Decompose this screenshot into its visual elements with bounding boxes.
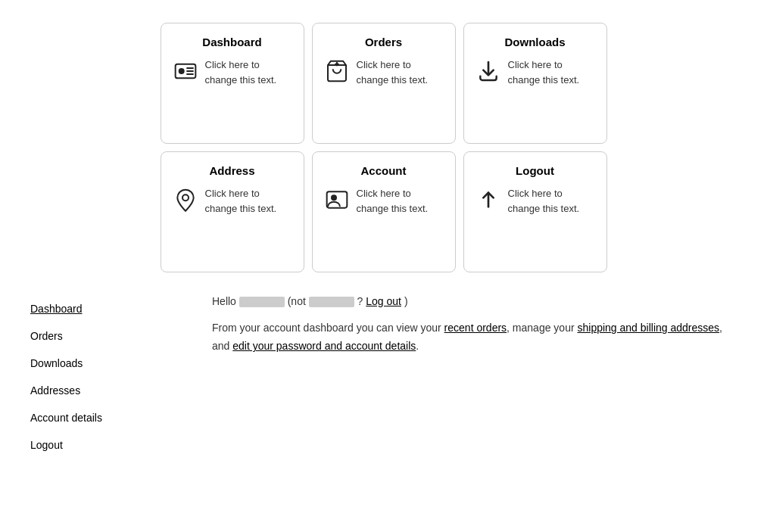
logout-icon (476, 188, 500, 217)
card-orders-body: Click here to change this text. (325, 58, 443, 89)
recent-orders-link[interactable]: recent orders (444, 322, 507, 334)
greeting-line: Hello (not ? Log out ) (212, 295, 737, 307)
card-downloads-text: Click here to change this text. (508, 58, 594, 87)
dashboard-icon (173, 59, 198, 89)
card-orders-title: Orders (365, 36, 402, 48)
card-account[interactable]: Account Click here to change this text. (312, 151, 456, 272)
sidebar-item-addresses[interactable]: Addresses (30, 377, 197, 404)
sidebar-link-account-details[interactable]: Account details (30, 412, 102, 424)
card-account-title: Account (361, 164, 407, 177)
card-address-body: Click here to change this text. (173, 186, 292, 217)
cards-grid: Dashboard Click here to change this text… (30, 15, 737, 272)
card-dashboard-body: Click here to change this text. (173, 58, 292, 89)
sidebar-link-orders[interactable]: Orders (30, 330, 63, 342)
card-orders[interactable]: Orders Click here to change this text. (312, 23, 456, 144)
account-icon (325, 188, 349, 217)
sidebar-item-account-details[interactable]: Account details (30, 404, 197, 431)
card-downloads-body: Click here to change this text. (476, 58, 594, 89)
sidebar-link-dashboard[interactable]: Dashboard (30, 303, 83, 315)
greeting-middle: (not (288, 295, 309, 307)
desc-prefix: From your account dashboard you can view… (212, 322, 444, 334)
downloads-icon (476, 59, 500, 89)
card-downloads[interactable]: Downloads Click here to change this text… (463, 23, 607, 144)
card-account-body: Click here to change this text. (325, 186, 443, 217)
greeting-username2 (309, 297, 354, 307)
sidebar-nav: Dashboard Orders Downloads Addresses Acc… (30, 295, 197, 459)
card-logout-title: Logout (516, 164, 554, 177)
card-orders-text: Click here to change this text. (357, 58, 443, 87)
card-downloads-title: Downloads (504, 36, 565, 48)
main-content: Hello (not ? Log out ) From your account… (197, 295, 737, 459)
card-logout-body: Click here to change this text. (476, 186, 594, 217)
card-dashboard-text: Click here to change this text. (205, 58, 292, 87)
orders-icon (325, 59, 349, 89)
card-dashboard-title: Dashboard (202, 36, 261, 48)
sidebar-item-orders[interactable]: Orders (30, 322, 197, 350)
svg-point-10 (331, 194, 337, 201)
sidebar-link-logout[interactable]: Logout (30, 439, 63, 451)
sidebar-link-addresses[interactable]: Addresses (30, 384, 80, 397)
greeting-username (239, 297, 285, 307)
log-out-link[interactable]: Log out (366, 295, 401, 307)
sidebar-item-downloads[interactable]: Downloads (30, 350, 197, 377)
card-address-title: Address (209, 164, 254, 177)
greeting-question: ? (357, 295, 366, 307)
greeting-close-paren: ) (404, 295, 408, 307)
account-details-link[interactable]: edit your password and account details (232, 340, 416, 352)
address-icon (173, 188, 198, 217)
sidebar-item-dashboard[interactable]: Dashboard (30, 295, 197, 322)
svg-rect-9 (326, 191, 347, 207)
card-dashboard[interactable]: Dashboard Click here to change this text… (161, 23, 304, 144)
bottom-section: Dashboard Orders Downloads Addresses Acc… (30, 295, 737, 459)
desc-2: , manage your (507, 322, 577, 334)
card-logout[interactable]: Logout Click here to change this text. (463, 151, 607, 272)
card-account-text: Click here to change this text. (357, 186, 443, 216)
sidebar-item-logout[interactable]: Logout (30, 431, 197, 459)
card-address[interactable]: Address Click here to change this text. (161, 151, 304, 272)
svg-point-1 (178, 68, 184, 74)
svg-point-8 (182, 194, 189, 201)
sidebar-link-downloads[interactable]: Downloads (30, 357, 83, 369)
card-address-text: Click here to change this text. (205, 186, 292, 216)
card-logout-text: Click here to change this text. (508, 186, 594, 216)
desc-4: . (416, 340, 419, 352)
greeting-prefix: Hello (212, 295, 236, 307)
dashboard-description: From your account dashboard you can view… (212, 319, 737, 356)
page-wrapper: Dashboard Click here to change this text… (0, 0, 767, 474)
addresses-link[interactable]: shipping and billing addresses (577, 322, 719, 334)
